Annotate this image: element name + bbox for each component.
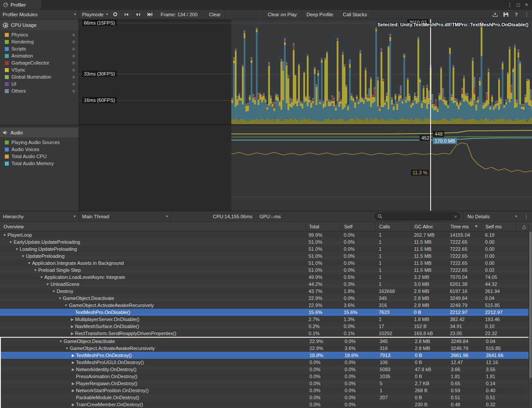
details-dropdown[interactable]: No Details ▾ [464,211,521,221]
load-button[interactable] [490,10,500,19]
legend-item-vsync[interactable]: VSync≡ [0,66,79,73]
tab-profiler[interactable]: Profiler [0,0,41,9]
legend-item-audio-voices[interactable]: Audio Voices [0,146,79,153]
foldout-open-icon[interactable]: ▼ [14,247,20,251]
hierarchy-row[interactable]: ▼PlayerLoop99.9%0.0%1202.7 MB14155.046.1… [0,231,532,238]
legend-item-garbagecollector[interactable]: GarbageCollector≡ [0,59,79,66]
foldout-closed-icon[interactable]: ▶ [70,403,76,407]
hierarchy-menu-button[interactable]: ⋮ [521,213,532,220]
legend-item-others[interactable]: Others≡ [0,87,79,94]
column-header-overview[interactable]: Overview [0,222,305,231]
hierarchy-row[interactable]: ▶NetworkIdentity.OnDestroy()0.0%0.0%5083… [1,366,531,373]
legend-item-scripts[interactable]: Scripts≡ [0,45,79,52]
search-box[interactable]: × [374,213,460,220]
search-input[interactable] [384,214,453,219]
hierarchy-row[interactable]: ▼UnloadScene44.2%0.3%13.0 MB6261.3844.32 [0,281,532,288]
column-header-self[interactable]: Self [340,222,375,231]
column-header-calls[interactable]: Calls [375,222,410,231]
foldout-open-icon[interactable]: ▼ [26,261,32,265]
current-frame-button[interactable] [144,10,156,19]
hierarchy-row[interactable]: ▶RectTransform.SendReapplyDrivenProperti… [0,330,532,337]
maximize-icon[interactable]: □ [514,0,522,9]
foldout-closed-icon[interactable]: ▶ [69,332,75,336]
next-frame-button[interactable] [133,10,144,19]
foldout-open-icon[interactable]: ▼ [57,296,63,300]
hierarchy-row[interactable]: ▼Loading.UpdatePreloading51.0%0.0%111.5 … [0,246,532,253]
foldout-open-icon[interactable]: ▼ [58,339,64,343]
drag-handle-icon[interactable]: ≡ [72,88,75,94]
hierarchy-row[interactable]: ▼Application.Integrate Assets in Backgro… [0,260,532,267]
foldout-open-icon[interactable]: ▼ [64,347,70,350]
foldout-open-icon[interactable]: ▼ [63,303,69,307]
hierarchy-row[interactable]: ▶NavMeshSurface.OnDisable()0.2%0.0%17152… [0,323,532,330]
drag-handle-icon[interactable]: ≡ [72,32,75,37]
foldout-open-icon[interactable]: ▼ [39,275,44,279]
drag-handle-icon[interactable]: ≡ [72,81,75,87]
hierarchy-row[interactable]: ▼EarlyUpdate.UpdatePreloading51.0%0.0%11… [0,238,532,246]
legend-item-total-audio-memory[interactable]: Total Audio Memory [0,160,79,167]
help-button[interactable]: ? [511,10,521,19]
foldout-open-icon[interactable]: ▼ [2,233,7,237]
foldout-open-icon[interactable]: ▼ [8,240,14,244]
record-button[interactable] [110,10,121,19]
clear-on-play-button[interactable]: Clear on Play [262,10,302,19]
search-clear-icon[interactable]: × [454,214,457,219]
foldout-closed-icon[interactable]: ▶ [70,361,76,365]
column-header-gc-alloc[interactable]: GC Alloc [410,222,446,231]
vertical-scrollbar[interactable] [528,222,532,408]
legend-item-animation[interactable]: Animation≡ [0,52,79,59]
legend-item-physics[interactable]: Physics≡ [0,31,79,38]
drag-handle-icon[interactable]: ≡ [72,67,75,72]
profiler-modules-dropdown[interactable]: Profiler Modules ▾ [0,10,79,19]
hierarchy-row[interactable]: ▶PlayerRespawn.OnDestroy()0.0%0.0%52.7 K… [1,380,531,387]
foldout-closed-icon[interactable]: ▶ [69,325,75,329]
thread-dropdown[interactable]: Main Thread ▾ [79,211,171,221]
drag-handle-icon[interactable]: ≡ [72,46,75,51]
deep-profile-button[interactable]: Deep Profile [302,10,338,19]
legend-item-rendering[interactable]: Rendering≡ [0,38,79,45]
foldout-closed-icon[interactable]: ▶ [70,389,76,393]
hierarchy-row[interactable]: ▼Application.LoadLevelAsync Integrate49.… [0,274,532,281]
hierarchy-row[interactable]: ▼GameObject.ActivateAwakeRecursively22.9… [0,302,532,309]
foldout-closed-icon[interactable]: ▶ [69,318,75,321]
selected-frame-line[interactable] [430,19,431,211]
legend-item-total-audio-cpu[interactable]: Total Audio CPU [0,153,79,160]
drag-handle-icon[interactable]: ≡ [72,53,75,58]
column-header-time-ms[interactable]: Time ms ▼ [446,222,482,231]
hierarchy-row[interactable]: ▼Preload Single Step51.0%0.0%111.5 MB722… [0,267,532,274]
hierarchy-row[interactable]: ▼GameObject.ActivateAwakeRecursively22.9… [1,345,531,352]
hierarchy-row[interactable]: ▼Destroy43.7%1.8%1626682.9 MB6197.16261.… [0,288,532,295]
hierarchy-row[interactable]: ▼GameObject.Deactivate22.9%0.0%3452.8 MB… [1,338,531,345]
view-mode-dropdown[interactable]: Hierarchy ▾ [0,211,79,221]
scrollbar-thumb[interactable] [529,232,532,378]
clear-button[interactable]: Clear [205,10,225,19]
legend-item-playing-audio-sources[interactable]: Playing Audio Sources [0,139,79,146]
playmode-dropdown[interactable]: Playmode ▾ [79,10,110,19]
hierarchy-row[interactable]: PackableModule.OnDestroy()0.0%0.0%2070 B… [1,394,531,401]
foldout-closed-icon[interactable]: ▶ [70,368,76,372]
drag-handle-icon[interactable]: ≡ [72,74,75,79]
audio-header[interactable]: Audio [0,128,79,137]
foldout-closed-icon[interactable]: ▶ [70,354,76,357]
hierarchy-row[interactable]: ▶NetworkStartPosition.OnDestroy()0.0%0.0… [1,387,531,394]
drag-handle-icon[interactable]: ≡ [72,39,75,44]
column-header-total[interactable]: Total [305,222,340,231]
toolbar-menu-button[interactable]: ⋮ [521,10,532,19]
first-frame-button[interactable] [121,10,133,19]
foldout-closed-icon[interactable]: ▶ [70,382,76,386]
save-button[interactable] [500,10,511,19]
legend-item-ui[interactable]: UI≡ [0,80,79,87]
call-stacks-button[interactable]: Call Stacks [338,10,372,19]
foldout-open-icon[interactable]: ▼ [32,268,38,272]
cpu-usage-chart[interactable]: 2010.0766ms (15FPS)33ms (30FPS)16ms (60F… [79,19,532,125]
legend-item-global-illumination[interactable]: Global Illumination≡ [0,73,79,80]
hierarchy-row[interactable]: ▶MultiplayerServer.OnDisable()2.7%1.3%11… [0,316,532,323]
hierarchy-row[interactable]: ▶TextMeshPro.OnDestroy()18.8%18.6%79130 … [1,352,531,359]
hierarchy-row[interactable]: TextMeshPro.OnDisable()15.6%15.6%76230 B… [0,309,532,316]
hierarchy-row[interactable]: ▶TrainCrewMember.OnDestroy()0.0%0.0%230 … [1,401,531,408]
foldout-open-icon[interactable]: ▼ [51,289,57,293]
foldout-open-icon[interactable]: ▼ [20,254,26,258]
drag-handle-icon[interactable]: ≡ [72,60,75,65]
column-header-self-ms[interactable]: Self ms [482,222,516,231]
audio-chart[interactable]: 452448170.0 MB11.3 % [79,125,532,211]
